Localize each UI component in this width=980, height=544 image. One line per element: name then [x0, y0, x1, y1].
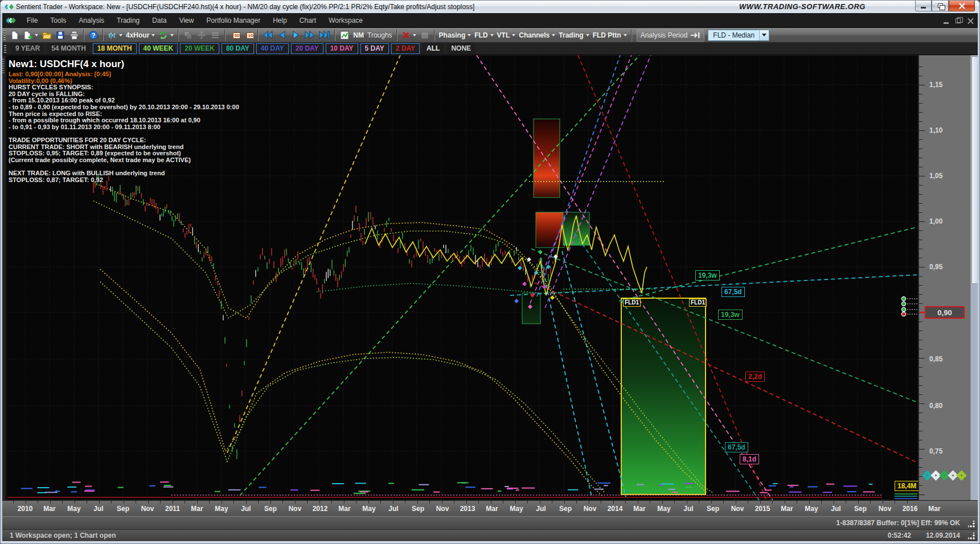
delete-analysis-button[interactable] — [400, 29, 418, 42]
analysis-chart-button[interactable] — [338, 29, 351, 42]
nav-play-button[interactable] — [289, 29, 302, 42]
menu-item-workspace[interactable]: Workspace — [322, 13, 369, 28]
timeframe-select[interactable]: 4xHour — [124, 29, 157, 42]
period-button-10-day[interactable]: 10 DAY — [326, 43, 358, 54]
time-axis-month-label: Mar — [486, 505, 498, 513]
chevron-down-icon[interactable] — [512, 34, 515, 36]
list-button[interactable] — [208, 29, 222, 42]
time-axis-month-label: Sep — [264, 505, 277, 513]
refresh-button[interactable] — [157, 29, 175, 42]
toolbar-grip[interactable] — [3, 30, 6, 40]
period-button-2-day[interactable]: 2 DAY — [391, 43, 420, 54]
time-axis-tick — [785, 501, 785, 504]
time-axis-month-label: Mar — [633, 505, 645, 513]
time-axis-month-label: Mar — [338, 505, 350, 513]
mdi-minimize-icon[interactable] — [944, 22, 949, 24]
back-50-button[interactable]: 50 — [228, 29, 241, 42]
fld-median-combo[interactable]: FLD - Median — [708, 30, 769, 41]
restore-button[interactable] — [932, 1, 949, 11]
menu-item-analysis[interactable]: Analysis — [72, 13, 110, 28]
period-bar-grip[interactable] — [4, 45, 6, 53]
save-button[interactable] — [54, 29, 67, 42]
help-button[interactable]: ? — [87, 29, 100, 42]
svg-text:?: ? — [92, 32, 96, 39]
toolbar-group-vtl[interactable]: VTL — [495, 29, 518, 42]
nm-label[interactable]: NM — [351, 29, 366, 42]
toolbar-group-channels[interactable]: Channels — [517, 29, 557, 42]
time-axis[interactable]: 2010MarMayJulSepNov2011MarMayJulSepNov20… — [1, 500, 979, 516]
print-button[interactable] — [67, 29, 81, 42]
troughs-text: Troughs — [367, 31, 392, 39]
time-axis-tick — [907, 501, 908, 504]
nav-play-icon — [292, 30, 300, 40]
new-file-button[interactable] — [8, 29, 22, 42]
period-button-18-month[interactable]: 18 MONTH — [93, 43, 137, 54]
resize-grip-icon[interactable] — [968, 533, 975, 539]
analysis-period-button[interactable]: Analysis Period — [637, 29, 705, 42]
fld-median-dropdown-button[interactable] — [759, 30, 769, 40]
price-axis-tick — [919, 285, 922, 286]
toolbar-group-phasing[interactable]: Phasing — [437, 29, 473, 42]
chevron-down-icon[interactable] — [490, 34, 494, 36]
timeframe-dropdown-icon[interactable] — [151, 34, 155, 36]
tile-windows-icon — [183, 31, 192, 40]
period-button-40-week[interactable]: 40 WEEK — [139, 43, 178, 54]
menu-item-data[interactable]: Data — [146, 13, 173, 28]
toolbar-group-fld-pttn[interactable]: FLD Pttn — [591, 29, 629, 42]
price-axis-tick — [919, 394, 922, 395]
open-button[interactable] — [40, 29, 54, 42]
time-axis-tick — [99, 501, 100, 504]
chevron-down-icon[interactable] — [468, 34, 471, 36]
chevron-down-icon[interactable] — [586, 34, 589, 36]
back-10-button[interactable]: 10 — [241, 29, 255, 42]
menu-item-help[interactable]: Help — [266, 13, 293, 28]
minimize-button[interactable] — [915, 1, 932, 11]
refresh-icon — [158, 31, 168, 40]
nav-next-button[interactable] — [302, 29, 317, 42]
price-axis-tick — [919, 158, 922, 158]
mdi-restore-icon[interactable] — [956, 18, 961, 23]
menu-item-view[interactable]: View — [173, 13, 200, 28]
calendar-button[interactable] — [418, 29, 432, 42]
menu-item-file[interactable]: File — [20, 13, 44, 28]
period-button-5-day[interactable]: 5 DAY — [360, 43, 389, 54]
new-chart-icon — [23, 31, 32, 40]
price-axis[interactable]: 1,151,101,051,000,950,850,800,750,90 — [919, 55, 970, 500]
resize-grip-icon[interactable] — [968, 521, 975, 527]
price-bars-button[interactable] — [106, 29, 124, 42]
price-bars-dropdown-icon[interactable] — [119, 34, 122, 36]
chevron-down-icon[interactable] — [624, 34, 627, 36]
nav-prev-button[interactable] — [275, 29, 289, 42]
price-axis-label: 1,10 — [929, 126, 942, 134]
menu-item-trading[interactable]: Trading — [110, 13, 146, 28]
toolbar-group-trading[interactable]: Trading — [557, 29, 591, 42]
time-axis-tick — [540, 501, 540, 504]
menu-item-chart[interactable]: Chart — [293, 13, 322, 28]
period-button-20-week[interactable]: 20 WEEK — [180, 43, 219, 54]
new-chart-dropdown-icon[interactable] — [35, 34, 38, 36]
chevron-down-icon[interactable] — [552, 34, 555, 36]
time-axis-tick — [87, 501, 87, 504]
nav-last-button[interactable] — [317, 29, 332, 42]
period-button-40-day[interactable]: 40 DAY — [256, 43, 289, 54]
delete-dropdown-icon[interactable] — [413, 34, 416, 36]
period-button-9-year[interactable]: 9 YEAR — [11, 43, 44, 54]
close-button[interactable] — [949, 1, 975, 11]
period-button-80-day[interactable]: 80 DAY — [222, 43, 254, 54]
period-button-all[interactable]: ALL — [422, 43, 444, 54]
mdi-close-icon[interactable] — [967, 18, 974, 24]
menu-item-portfolio-manager[interactable]: Portfolio Manager — [200, 13, 266, 28]
menu-item-tools[interactable]: Tools — [44, 13, 72, 28]
refresh-dropdown-icon[interactable] — [170, 34, 174, 36]
time-axis-tick — [527, 501, 528, 504]
toolbar-group-fld[interactable]: FLD — [473, 29, 495, 42]
period-button-54-month[interactable]: 54 MONTH — [47, 43, 91, 54]
pan-button[interactable] — [195, 29, 208, 42]
period-button-none[interactable]: NONE — [446, 43, 475, 54]
tile-windows-button[interactable] — [181, 29, 195, 42]
troughs-button[interactable]: Troughs — [366, 29, 394, 42]
nav-first-button[interactable] — [261, 29, 275, 42]
new-chart-button[interactable] — [22, 29, 40, 42]
period-button-20-day[interactable]: 20 DAY — [291, 43, 323, 54]
time-axis-tick — [393, 501, 393, 504]
